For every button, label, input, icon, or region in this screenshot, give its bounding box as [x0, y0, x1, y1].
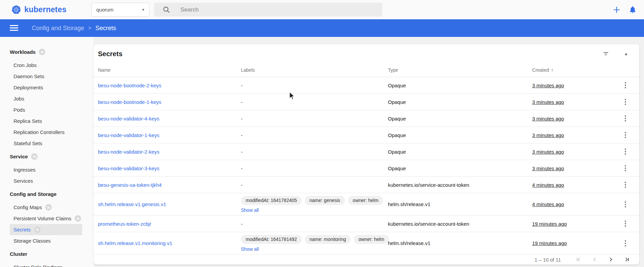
cell-actions	[621, 130, 639, 140]
table-header-row: NameLabelsTypeCreated↑	[94, 63, 639, 77]
row-actions-button[interactable]	[621, 163, 630, 173]
labels-empty-value: -	[241, 99, 243, 105]
show-all-link[interactable]: Show all	[241, 246, 259, 252]
breadcrumb-parent-link[interactable]: Config and Storage	[32, 25, 84, 32]
chevron-up-icon: ▲	[624, 51, 628, 56]
cell-actions	[621, 200, 639, 209]
secret-name-link[interactable]: besu-node-validator-1-keys	[98, 132, 159, 138]
pagination-range: 1 – 10 of 11	[535, 257, 561, 263]
sidebar-item-persistent-volume-claims[interactable]: Persistent Volume ClaimsN	[10, 213, 82, 224]
secret-name-link[interactable]: besu-genesis-sa-token-tjkh4	[98, 182, 162, 188]
labels-empty-value: -	[241, 83, 243, 88]
secret-name-link[interactable]: besu-node-bootnode-2-keys	[98, 83, 162, 88]
namespaced-badge: N	[75, 215, 81, 222]
kubernetes-logo[interactable]: kubernetes	[11, 0, 67, 19]
secret-name-link[interactable]: besu-node-validator-4-keys	[98, 116, 159, 121]
cell-type: helm.sh/release.v1	[388, 201, 532, 207]
column-header-labels[interactable]: Labels	[241, 67, 388, 73]
sidebar-item-secrets[interactable]: SecretsN	[10, 224, 82, 235]
collapse-card-button[interactable]: ▲	[621, 49, 631, 59]
secret-name-link[interactable]: besu-node-validator-2-keys	[98, 149, 159, 155]
notifications-button[interactable]	[628, 0, 637, 19]
kubernetes-wheel-icon	[11, 5, 21, 14]
sidebar-section-workloads: WorkloadsN	[0, 46, 94, 58]
sidebar-item-label: Persistent Volume Claims	[14, 216, 71, 221]
row-actions-button[interactable]	[621, 81, 630, 90]
cell-name: besu-node-validator-1-keys	[98, 132, 241, 138]
secret-type: Opaque	[388, 83, 406, 88]
sidebar-item-cluster-role-bindings[interactable]: Cluster Role Bindings	[10, 262, 82, 267]
next-page-button[interactable]	[603, 254, 619, 265]
row-actions-button[interactable]	[621, 200, 630, 209]
column-header-type[interactable]: Type	[388, 67, 532, 73]
cell-labels: -	[241, 99, 388, 105]
menu-button[interactable]	[10, 25, 18, 31]
sidebar-item-daemon-sets[interactable]: Daemon Sets	[10, 71, 82, 82]
row-actions-button[interactable]	[621, 147, 630, 156]
sidebar-item-label: Deployments	[14, 85, 43, 90]
last-page-button[interactable]	[619, 254, 635, 265]
cell-labels: -	[241, 116, 388, 121]
cell-actions	[621, 81, 639, 90]
add-resource-button[interactable]	[612, 0, 621, 19]
sidebar-item-services[interactable]: Services	[10, 175, 82, 186]
secret-name-link[interactable]: sh.helm.release.v1.genesis.v1	[98, 201, 166, 207]
row-actions-button[interactable]	[621, 180, 630, 190]
row-actions-button[interactable]	[621, 239, 630, 248]
cell-actions	[621, 180, 639, 190]
sidebar-nav: WorkloadsNCron JobsDaemon SetsDeployment…	[0, 37, 94, 267]
namespace-selector[interactable]: quorum ▾	[91, 3, 149, 17]
sidebar-item-label: Secrets	[14, 227, 31, 232]
secret-name-link[interactable]: besu-node-validator-3-keys	[98, 165, 159, 171]
column-header-name[interactable]: Name	[98, 67, 241, 73]
namespace-value: quorum	[96, 7, 142, 13]
first-page-button[interactable]	[570, 254, 587, 265]
kebab-dot	[625, 165, 626, 166]
sidebar-section-config-and-storage: Config and Storage	[0, 188, 94, 200]
cell-name: prometheus-token-zcbjr	[98, 221, 241, 227]
filter-button[interactable]	[601, 49, 611, 59]
label-chip-stack: modifiedAt: 1641781492name: monitoringow…	[241, 235, 388, 252]
namespaced-badge: N	[45, 204, 52, 210]
cell-labels: -	[241, 149, 388, 155]
label-chip: name: genesis	[305, 196, 345, 205]
sidebar-item-replica-sets[interactable]: Replica Sets	[10, 115, 82, 127]
table-row: besu-node-bootnode-1-keys-Opaque3 minute…	[94, 94, 639, 110]
search-bar	[154, 3, 382, 17]
content-area: Secrets ▲ NameLabelsTypeCreated↑ besu-no…	[94, 37, 644, 267]
first-page-icon	[575, 256, 582, 263]
sidebar-item-ingresses[interactable]: Ingresses	[10, 164, 82, 175]
sidebar-item-replication-controllers[interactable]: Replication Controllers	[10, 127, 82, 138]
row-actions-button[interactable]	[621, 97, 630, 107]
sidebar-item-label: Replication Controllers	[14, 129, 65, 135]
sidebar-item-config-maps[interactable]: Config MapsN	[10, 202, 82, 213]
top-app-bar: kubernetes quorum ▾	[0, 0, 644, 19]
kebab-dot	[625, 206, 626, 207]
sidebar-item-jobs[interactable]: Jobs	[10, 93, 82, 104]
sidebar-item-cron-jobs[interactable]: Cron Jobs	[10, 60, 82, 71]
sidebar-item-label: Stateful Sets	[14, 140, 42, 146]
created-ago: 3 minutes ago	[532, 83, 564, 88]
secret-name-link[interactable]: prometheus-token-zcbjr	[98, 221, 151, 227]
secret-name-link[interactable]: besu-node-bootnode-1-keys	[98, 99, 162, 105]
row-actions-button[interactable]	[621, 114, 630, 123]
prev-page-button[interactable]	[587, 254, 603, 265]
search-input[interactable]	[180, 6, 356, 13]
sidebar-item-storage-classes[interactable]: Storage Classes	[10, 235, 82, 246]
page-body: WorkloadsNCron JobsDaemon SetsDeployment…	[0, 37, 644, 267]
cell-name: besu-node-validator-2-keys	[98, 149, 241, 155]
show-all-link[interactable]: Show all	[241, 207, 259, 213]
cell-type: Opaque	[388, 132, 532, 138]
column-header-created[interactable]: Created↑	[532, 67, 621, 73]
secret-name-link[interactable]: sh.helm.release.v1.monitoring.v1	[98, 240, 172, 246]
labels-empty-value: -	[241, 149, 243, 155]
sidebar-item-stateful-sets[interactable]: Stateful Sets	[10, 138, 82, 149]
kebab-dot	[625, 104, 626, 105]
row-actions-button[interactable]	[621, 130, 630, 140]
sidebar-item-pods[interactable]: Pods	[10, 104, 82, 115]
kebab-dot	[625, 243, 626, 244]
sidebar-item-deployments[interactable]: Deployments	[10, 82, 82, 93]
label-chip: modifiedAt: 1641782405	[241, 196, 302, 205]
row-actions-button[interactable]	[621, 219, 630, 228]
breadcrumb-bar: Config and Storage > Secrets	[0, 19, 644, 37]
